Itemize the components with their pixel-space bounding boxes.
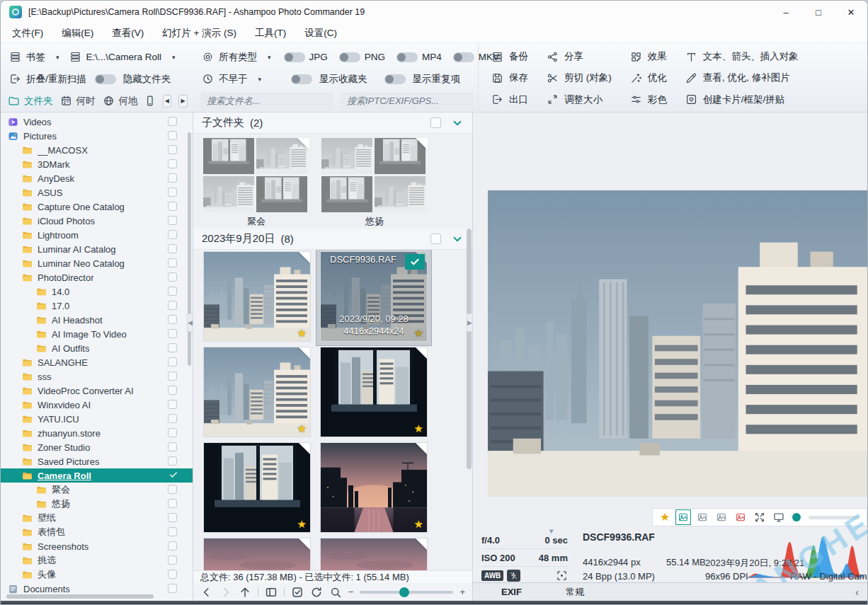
bookmarks-dropdown[interactable]: 书签▾: [8, 51, 61, 64]
preview-zoom-slider-knob[interactable]: [792, 513, 801, 522]
folder-checkbox[interactable]: [168, 272, 177, 282]
folder-checkbox[interactable]: [168, 357, 177, 367]
folder-checkbox[interactable]: [168, 485, 177, 494]
tab-general[interactable]: 常规: [566, 586, 584, 599]
sidebar-item-ai-outfits[interactable]: AI Outfits: [1, 341, 193, 355]
folder-checkbox[interactable]: [168, 428, 177, 437]
menu-item[interactable]: 工具(T): [255, 27, 286, 40]
sidebar-item-聚会[interactable]: 聚会: [1, 483, 193, 497]
menu-item[interactable]: 幻灯片 + 演示 (S): [162, 27, 236, 40]
action-pen-button[interactable]: 查看, 优化, 修补图片: [685, 67, 799, 88]
view-original-icon[interactable]: [678, 512, 689, 523]
folder-checkbox[interactable]: [168, 400, 177, 409]
thumbnail-size-slider[interactable]: [360, 591, 453, 594]
filetype-dropdown[interactable]: 所有类型▾: [200, 51, 273, 64]
folder-checkbox[interactable]: [168, 315, 177, 324]
folder-checkbox[interactable]: [168, 527, 177, 536]
folder-checkbox[interactable]: [168, 216, 177, 225]
fullscreen-icon[interactable]: [754, 512, 765, 523]
sidebar-item-sss[interactable]: sss: [1, 369, 193, 384]
path-dropdown[interactable]: E:\...\Camera Roll▾: [68, 51, 177, 63]
sidebar-item-asus[interactable]: ASUS: [1, 185, 193, 200]
folder-checkbox[interactable]: [168, 159, 177, 168]
folder-checkbox[interactable]: [168, 202, 177, 211]
thumbnail[interactable]: ★: [320, 538, 428, 570]
sidebar-item-zhuanyun-store[interactable]: zhuanyun.store: [1, 426, 193, 440]
action-wand-button[interactable]: 优化: [630, 67, 667, 88]
sidebar-item-yatu-icu[interactable]: YATU.ICU: [1, 412, 193, 426]
search-metadata-input[interactable]: [341, 93, 474, 110]
menu-item[interactable]: 文件(F): [12, 27, 43, 40]
folder-checkbox[interactable]: [168, 343, 177, 352]
slider-knob[interactable]: [399, 587, 409, 597]
thumbnail[interactable]: ★: [203, 538, 311, 570]
favorite-star-icon[interactable]: ★: [660, 512, 670, 523]
action-save-button[interactable]: 保存: [491, 67, 528, 88]
sidebar-item-salanghe[interactable]: SALANGHE: [1, 355, 193, 369]
sidebar-item-saved-pictures[interactable]: Saved Pictures: [1, 454, 193, 468]
folder-checkbox[interactable]: [168, 173, 177, 183]
view-variant-icon[interactable]: [697, 512, 708, 523]
action-effects-button[interactable]: 效果: [630, 46, 667, 67]
view-variant-icon[interactable]: [716, 512, 727, 523]
sidebar-item-17-0[interactable]: 17.0: [1, 299, 193, 313]
sidebar-item-头像[interactable]: 头像: [1, 567, 193, 582]
show-favorites-toggle[interactable]: [291, 74, 312, 84]
folder-checkbox[interactable]: [168, 442, 177, 451]
action-scissors-button[interactable]: 剪切 (对象): [547, 67, 612, 88]
close-button[interactable]: ✕: [835, 1, 867, 23]
folder-checkbox[interactable]: [168, 555, 177, 565]
group-select-checkbox[interactable]: [430, 234, 441, 244]
folder-checkbox[interactable]: [168, 414, 177, 423]
sidebar-tab-where[interactable]: 何地: [103, 95, 138, 108]
folder-checkbox[interactable]: [168, 499, 177, 508]
folder-checkbox[interactable]: [168, 584, 177, 593]
sidebar-tab-folders[interactable]: 文件夹: [8, 95, 53, 108]
collapse-sidebar-handle[interactable]: ◀: [187, 313, 193, 332]
select-all-icon[interactable]: [291, 586, 304, 599]
thumbnail[interactable]: ★: [203, 347, 311, 437]
sidebar-item-zoner-studio[interactable]: Zoner Studio: [1, 440, 193, 454]
folder-checkbox[interactable]: [168, 230, 177, 239]
menu-item[interactable]: 设置(C): [304, 27, 337, 40]
folder-checkbox[interactable]: [168, 541, 177, 551]
zoom-out-label[interactable]: −: [348, 587, 354, 597]
sidebar-tab-when[interactable]: 何时: [60, 95, 96, 108]
sidebar-item-挑选[interactable]: 挑选: [1, 553, 193, 567]
sidebar-item-winxvideo-ai[interactable]: Winxvideo AI: [1, 398, 193, 412]
zoom-icon[interactable]: [329, 586, 342, 599]
action-sliders-button[interactable]: 彩色: [630, 89, 667, 110]
action-card-button[interactable]: 创建卡片/框架/拼贴: [685, 89, 799, 110]
menu-item[interactable]: 查看(V): [112, 27, 144, 40]
browser-scrollbar[interactable]: [467, 229, 472, 469]
hide-folders-toggle[interactable]: [95, 74, 116, 84]
back-icon[interactable]: [200, 586, 213, 599]
group-select-checkbox[interactable]: [430, 117, 441, 128]
folder-checkbox[interactable]: [168, 244, 177, 253]
sidebar-item-ai-image-to-video[interactable]: AI Image To Video: [1, 327, 193, 341]
menu-item[interactable]: 编辑(E): [62, 27, 93, 40]
folder-checkbox[interactable]: [168, 131, 177, 140]
sidebar-item-ai-headshot[interactable]: AI Headshot: [1, 313, 193, 327]
sidebar-item-anydesk[interactable]: AnyDesk: [1, 171, 193, 185]
collapse-browser-handle[interactable]: ▶: [467, 313, 473, 332]
action-resize-button[interactable]: 调整大小: [547, 89, 612, 110]
favorite-star-icon[interactable]: ★: [297, 518, 307, 531]
maximize-button[interactable]: □: [802, 1, 835, 23]
toggle-png[interactable]: [339, 52, 360, 62]
action-stack-button[interactable]: 备份: [491, 46, 528, 67]
zoom-in-label[interactable]: +: [459, 587, 465, 597]
sidebar-item-videos[interactable]: Videos: [1, 115, 193, 129]
sidebar-item--macosx[interactable]: __MACOSX: [1, 143, 193, 157]
thumbnail[interactable]: ★: [203, 442, 311, 533]
sidebar-item-3dmark[interactable]: 3DMark: [1, 157, 193, 171]
preview-photo[interactable]: [488, 190, 867, 497]
sidebar-item-documents[interactable]: Documents: [1, 582, 193, 596]
sidebar-item-luminar-neo-catalog[interactable]: Luminar Neo Catalog: [1, 256, 193, 270]
monitor-icon[interactable]: [773, 512, 784, 523]
sidebar-item-capture-one-catalog[interactable]: Capture One Catalog: [1, 200, 193, 214]
folder-checkbox[interactable]: [168, 329, 177, 338]
tabs-scroll-left-button[interactable]: ◀: [163, 95, 172, 108]
folder-checkbox[interactable]: [168, 301, 177, 310]
sidebar-item-表情包[interactable]: 表情包: [1, 525, 193, 539]
